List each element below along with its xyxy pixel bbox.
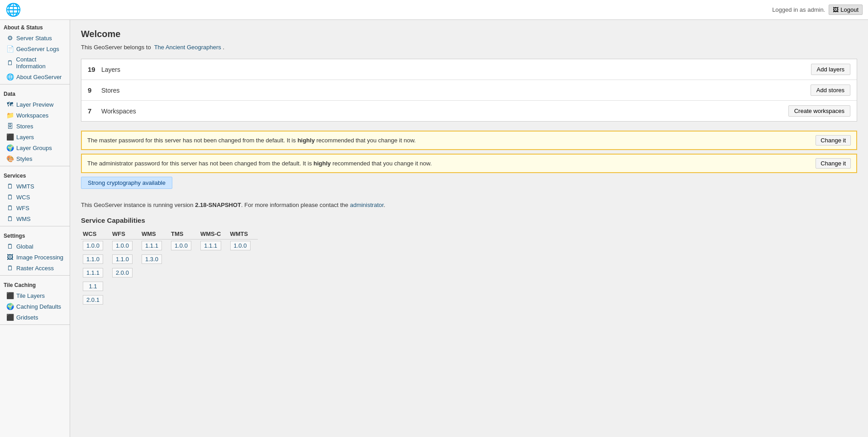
cap-cell-0-0[interactable]: 1.0.0 <box>81 240 110 254</box>
cap-link-0-1[interactable]: 1.0.0 <box>112 241 133 250</box>
sidebar-item-label-global: Global <box>16 243 33 250</box>
cap-cell-4-5 <box>228 294 258 307</box>
belongs-to-link[interactable]: The Ancient Geographers <box>154 44 221 51</box>
sidebar-item-about-geoserver[interactable]: 🌐About GeoServer <box>0 71 70 82</box>
cap-link-1-0[interactable]: 1.1.0 <box>83 254 103 264</box>
sidebar-item-contact-information[interactable]: 🗒Contact Information <box>0 54 70 71</box>
cap-link-2-0[interactable]: 1.1.1 <box>83 268 103 277</box>
cap-link-0-4[interactable]: 1.1.1 <box>200 241 221 250</box>
sidebar-item-label-layer-preview: Layer Preview <box>16 101 53 108</box>
stats-btn-0[interactable]: Add layers <box>811 64 850 75</box>
sidebar-item-label-gridsets: Gridsets <box>16 314 38 321</box>
sidebar-item-gridsets[interactable]: ⬛Gridsets <box>0 312 70 323</box>
cap-cell-0-3[interactable]: 1.0.0 <box>169 240 199 254</box>
cap-cell-0-1[interactable]: 1.0.0 <box>110 240 140 254</box>
cap-link-0-0[interactable]: 1.0.0 <box>83 241 103 250</box>
layer-groups-icon: 🌍 <box>6 144 14 151</box>
administrator-link[interactable]: administrator <box>350 202 384 208</box>
warning-box-1: The administrator password for this serv… <box>81 154 857 173</box>
cap-cell-4-0[interactable]: 2.0.1 <box>81 294 110 307</box>
sidebar-item-label-about-geoserver: About GeoServer <box>16 74 62 80</box>
sidebar-item-label-styles: Styles <box>16 155 32 162</box>
stats-row-1: 9StoresAdd stores <box>81 80 857 101</box>
sidebar-item-raster-access[interactable]: 🗒Raster Access <box>0 263 70 273</box>
global-icon: 🗒 <box>6 243 14 250</box>
version-prefix: This GeoServer instance is running versi… <box>81 202 195 208</box>
cap-cell-3-0[interactable]: 1.1 <box>81 280 110 294</box>
cap-cell-3-2 <box>140 280 169 294</box>
wfs-icon: 🗒 <box>6 204 14 211</box>
sidebar-item-wms[interactable]: 🗒WMS <box>0 213 70 224</box>
layer-preview-icon: 🗺 <box>6 101 14 108</box>
layout: About & Status⚙Server Status📄GeoServer L… <box>0 20 868 437</box>
version-suffix: . For more information please contact th… <box>241 202 350 208</box>
sidebar-item-wmts[interactable]: 🗒WMTS <box>0 181 70 192</box>
sidebar-item-global[interactable]: 🗒Global <box>0 241 70 252</box>
sidebar-item-label-geoserver-logs: GeoServer Logs <box>16 46 59 52</box>
cap-header-tms: TMS <box>169 229 199 240</box>
cap-cell-0-4[interactable]: 1.1.1 <box>199 240 228 254</box>
cap-cell-3-4 <box>199 280 228 294</box>
stats-count-2: 7 <box>88 107 101 115</box>
wms-icon: 🗒 <box>6 215 14 222</box>
cap-cell-3-5 <box>228 280 258 294</box>
strong-crypto-badge: Strong cryptography available <box>81 177 172 189</box>
topbar: 🌐 Logged in as admin. 🖼 Logout <box>0 0 868 20</box>
layers-icon: ⬛ <box>6 133 14 141</box>
cap-link-3-0[interactable]: 1.1 <box>83 282 103 291</box>
sidebar-item-label-layers: Layers <box>16 134 34 141</box>
styles-icon: 🎨 <box>6 155 14 162</box>
version-info: This GeoServer instance is running versi… <box>81 202 857 208</box>
cap-link-1-1[interactable]: 1.1.0 <box>112 254 133 264</box>
cap-cell-1-1[interactable]: 1.1.0 <box>110 253 140 267</box>
wcs-icon: 🗒 <box>6 193 14 201</box>
service-capabilities: Service Capabilities WCSWFSWMSTMSWMS-CWM… <box>81 216 857 307</box>
sidebar-item-wcs[interactable]: 🗒WCS <box>0 192 70 202</box>
cap-link-0-3[interactable]: 1.0.0 <box>171 241 191 250</box>
sidebar-item-tile-layers[interactable]: ⬛Tile Layers <box>0 290 70 301</box>
stats-btn-1[interactable]: Add stores <box>811 85 850 96</box>
wmts-icon: 🗒 <box>6 183 14 190</box>
cap-cell-2-1[interactable]: 2.0.0 <box>110 267 140 280</box>
cap-cell-1-2[interactable]: 1.3.0 <box>140 253 169 267</box>
cap-cell-1-3 <box>169 253 199 267</box>
capabilities-title: Service Capabilities <box>81 216 857 224</box>
sidebar-item-layers[interactable]: ⬛Layers <box>0 132 70 142</box>
sidebar-item-label-wms: WMS <box>16 216 31 222</box>
cap-link-1-2[interactable]: 1.3.0 <box>142 254 162 264</box>
stats-count-1: 9 <box>88 86 101 94</box>
sidebar-item-workspaces[interactable]: 📁Workspaces <box>0 110 70 121</box>
cap-link-0-5[interactable]: 1.0.0 <box>230 241 251 250</box>
cap-link-4-0[interactable]: 2.0.1 <box>83 295 103 305</box>
sidebar-item-geoserver-logs[interactable]: 📄GeoServer Logs <box>0 43 70 54</box>
raster-access-icon: 🗒 <box>6 264 14 272</box>
sidebar-item-layer-preview[interactable]: 🗺Layer Preview <box>0 99 70 110</box>
cap-cell-2-0[interactable]: 1.1.1 <box>81 267 110 280</box>
cap-cell-1-0[interactable]: 1.1.0 <box>81 253 110 267</box>
cap-cell-1-4 <box>199 253 228 267</box>
cap-cell-0-2[interactable]: 1.1.1 <box>140 240 169 254</box>
cap-link-0-2[interactable]: 1.1.1 <box>142 241 162 250</box>
sidebar-item-caching-defaults[interactable]: 🌍Caching Defaults <box>0 301 70 312</box>
sidebar-item-layer-groups[interactable]: 🌍Layer Groups <box>0 142 70 153</box>
version-number: 2.18-SNAPSHOT <box>195 202 241 208</box>
logout-button[interactable]: 🖼 Logout <box>829 5 863 15</box>
warning-change-btn-1[interactable]: Change it <box>816 158 851 169</box>
warning-box-0: The master password for this server has … <box>81 131 857 150</box>
warnings-section: The master password for this server has … <box>81 131 857 173</box>
stats-btn-2[interactable]: Create workspaces <box>788 105 850 117</box>
sidebar-item-styles[interactable]: 🎨Styles <box>0 153 70 164</box>
sidebar-item-image-processing[interactable]: 🖼Image Processing <box>0 252 70 263</box>
sidebar-divider <box>0 84 70 85</box>
cap-cell-0-5[interactable]: 1.0.0 <box>228 240 258 254</box>
sidebar-item-label-wfs: WFS <box>16 205 29 211</box>
warning-change-btn-0[interactable]: Change it <box>816 135 851 146</box>
page-title: Welcome <box>81 29 857 39</box>
sidebar-item-server-status[interactable]: ⚙Server Status <box>0 33 70 43</box>
sidebar-item-stores[interactable]: 🗄Stores <box>0 121 70 132</box>
cap-link-2-1[interactable]: 2.0.0 <box>112 268 133 277</box>
cap-cell-4-1 <box>110 294 140 307</box>
sidebar-item-wfs[interactable]: 🗒WFS <box>0 202 70 213</box>
cap-cell-4-4 <box>199 294 228 307</box>
about-geoserver-icon: 🌐 <box>6 73 14 80</box>
